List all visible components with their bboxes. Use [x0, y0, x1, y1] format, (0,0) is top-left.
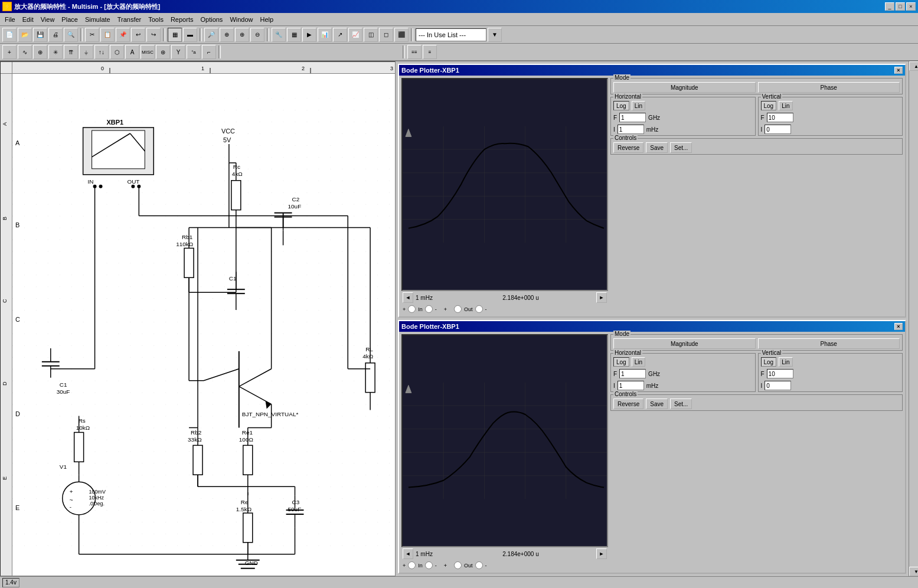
bode-2-out-radio2[interactable]: [475, 561, 483, 569]
menu-tools[interactable]: Tools: [145, 15, 167, 24]
bode-2-h-log-btn[interactable]: Log: [613, 357, 629, 367]
power-btn[interactable]: ⇈: [64, 45, 78, 59]
menu-reports[interactable]: Reports: [167, 15, 197, 24]
floor-btn[interactable]: ⌐: [202, 45, 216, 59]
maximize-btn[interactable]: □: [896, 2, 905, 11]
bode-2-h-lin-btn[interactable]: Lin: [632, 357, 645, 367]
menu-transfer[interactable]: Transfer: [114, 15, 145, 24]
copy-btn[interactable]: 📋: [100, 28, 115, 42]
more-btn[interactable]: ⬛: [394, 28, 409, 42]
scroll-down[interactable]: ▼: [909, 567, 918, 576]
bode-1-h-lin-btn[interactable]: Lin: [632, 101, 645, 110]
text-btn[interactable]: A: [125, 45, 139, 59]
analysis-btn[interactable]: ↗: [333, 28, 347, 42]
bode-1-v-lin-btn[interactable]: Lin: [779, 101, 792, 110]
close-btn[interactable]: ×: [906, 2, 916, 11]
bode-1-right-btn[interactable]: ►: [596, 292, 607, 303]
more2-btn[interactable]: °a: [187, 45, 201, 59]
print-btn[interactable]: 🖨: [48, 28, 63, 42]
bode-2-h-i-input[interactable]: 1: [618, 381, 644, 390]
menu-simulate[interactable]: Simulate: [81, 15, 114, 24]
bode-1-h-i-input[interactable]: 1: [618, 125, 644, 134]
menu-view[interactable]: View: [37, 15, 58, 24]
bode-2-magnitude-btn[interactable]: Magnitude: [613, 338, 756, 349]
in-use-list[interactable]: --- In Use List ---: [416, 28, 486, 41]
menu-edit[interactable]: Edit: [19, 15, 37, 24]
minimize-btn[interactable]: _: [885, 2, 894, 11]
zoom-out-btn[interactable]: ⊖: [250, 28, 264, 42]
align-btn2[interactable]: ≡: [423, 45, 437, 59]
bode-2-close-btn[interactable]: ×: [894, 323, 903, 330]
junction-btn[interactable]: ⊕: [33, 45, 47, 59]
misc-btn[interactable]: MISC: [141, 45, 155, 59]
bode-2-reverse-btn[interactable]: Reverse: [613, 398, 643, 409]
bode-1-reverse-btn[interactable]: Reverse: [613, 142, 643, 153]
align-btn1[interactable]: ≡≡: [407, 45, 422, 59]
bode-2-out-radio1[interactable]: [454, 561, 462, 569]
bode-2-save-btn[interactable]: Save: [646, 398, 668, 409]
print-preview-btn[interactable]: 🔍: [64, 28, 78, 42]
open-btn[interactable]: 📂: [18, 28, 32, 42]
bode-1-in-radio2[interactable]: [425, 305, 433, 313]
digital-btn[interactable]: ◻: [379, 28, 393, 42]
bode-2-left-btn[interactable]: ◄: [403, 548, 413, 559]
new-btn[interactable]: 📄: [2, 28, 17, 42]
zoom-fit-btn[interactable]: ⊕: [220, 28, 234, 42]
menu-window[interactable]: Window: [226, 15, 256, 24]
bode-1-save-btn[interactable]: Save: [646, 142, 668, 153]
bode-1-close-btn[interactable]: ×: [894, 67, 903, 74]
bode-1-h-f-input[interactable]: 1: [619, 113, 646, 122]
component-place-btn[interactable]: ⬡: [110, 45, 124, 59]
scope-btn[interactable]: Y: [171, 45, 185, 59]
bode-1-v-log-btn[interactable]: Log: [761, 101, 777, 110]
cut-btn[interactable]: ✂: [85, 28, 99, 42]
bode-1-phase-btn[interactable]: Phase: [758, 82, 900, 93]
sim-btn[interactable]: ▶: [302, 28, 316, 42]
bode-2-v-f-input[interactable]: 10: [767, 369, 793, 378]
paste-btn[interactable]: 📌: [116, 28, 130, 42]
menu-options[interactable]: Options: [197, 15, 226, 24]
bode-2-phase-btn[interactable]: Phase: [758, 338, 900, 349]
bode-1-v-f-input[interactable]: 10: [767, 113, 793, 122]
bode-2-set-btn[interactable]: Set...: [670, 398, 692, 409]
component-btn[interactable]: 🔧: [272, 28, 286, 42]
probe-btn[interactable]: ⊛: [156, 45, 170, 59]
bode-1-v-i-input[interactable]: 0: [765, 125, 791, 134]
grapher-btn[interactable]: 📊: [318, 28, 332, 42]
menu-help[interactable]: Help: [257, 15, 277, 24]
vcc-btn[interactable]: ↑↓: [94, 45, 109, 59]
bode-2-v-f-label: F: [761, 371, 765, 377]
redo-btn[interactable]: ↪: [146, 28, 161, 42]
bode-2-right-btn[interactable]: ►: [596, 548, 607, 559]
bode-2-h-f-input[interactable]: 1: [619, 369, 646, 378]
dropdown-arrow[interactable]: ▼: [488, 28, 502, 42]
zoom-in-btn[interactable]: ⊕: [235, 28, 249, 42]
bode-1-out-radio2[interactable]: [475, 305, 483, 313]
bode-2-in-radio1[interactable]: [408, 561, 416, 569]
bode-1-in-radio1[interactable]: [408, 305, 416, 313]
menu-file[interactable]: File: [1, 15, 19, 24]
bode-2-v-lin-btn[interactable]: Lin: [779, 357, 792, 367]
menu-place[interactable]: Place: [58, 15, 81, 24]
bode-1-out-radio1[interactable]: [454, 305, 462, 313]
bode-1-h-log-btn[interactable]: Log: [613, 101, 629, 110]
grid-btn[interactable]: ▦: [287, 28, 301, 42]
bode-2-v-i-input[interactable]: 0: [765, 381, 791, 390]
circuit-view-btn[interactable]: ▦: [168, 28, 182, 42]
save-btn[interactable]: 💾: [33, 28, 47, 42]
bode-2-in-radio2[interactable]: [425, 561, 433, 569]
bode-1-left-btn[interactable]: ◄: [403, 292, 413, 303]
ground-btn[interactable]: ⏚: [79, 45, 93, 59]
bode-1-set-btn[interactable]: Set...: [670, 142, 692, 153]
chart-btn[interactable]: 📈: [348, 28, 362, 42]
scroll-up[interactable]: ▲: [909, 61, 918, 71]
wire-btn[interactable]: +: [2, 45, 17, 59]
bode-2-v-log-btn[interactable]: Log: [761, 357, 777, 367]
bode-1-magnitude-btn[interactable]: Magnitude: [613, 82, 756, 93]
undo-btn[interactable]: ↩: [131, 28, 145, 42]
logic-btn[interactable]: ◫: [364, 28, 378, 42]
spreadsheet-btn[interactable]: ▬: [183, 28, 197, 42]
bus-btn[interactable]: ∿: [18, 45, 32, 59]
net-btn[interactable]: ✳: [48, 45, 63, 59]
find-btn[interactable]: 🔎: [204, 28, 218, 42]
